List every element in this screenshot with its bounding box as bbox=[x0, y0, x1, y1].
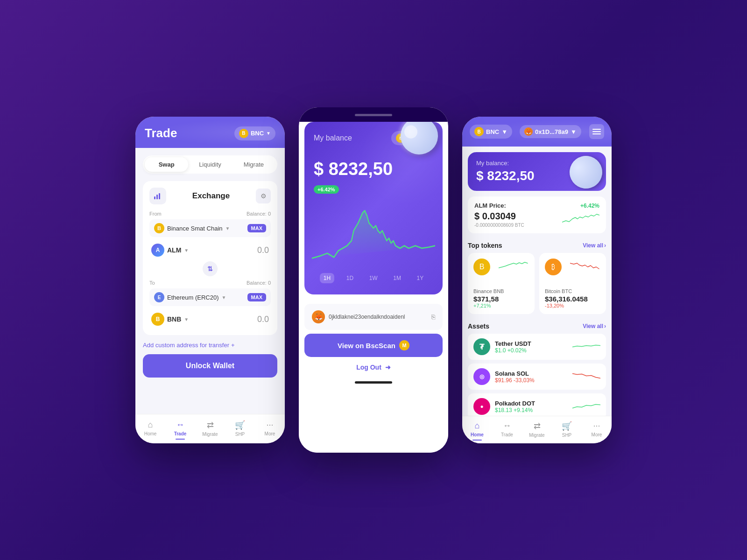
wallet-address-row: 🦊 0jkldlaknei23oendalkndoaidenl ⎘ bbox=[304, 304, 443, 330]
settings-icon[interactable]: ⚙ bbox=[256, 189, 271, 203]
logout-button[interactable]: Log Out ➜ bbox=[299, 357, 448, 378]
sol-chart bbox=[572, 370, 600, 384]
nav-active-indicator bbox=[176, 439, 185, 440]
more-icon: ··· bbox=[266, 420, 273, 430]
to-chain-row[interactable]: E Ethereum (ERC20) ▼ MAX bbox=[149, 288, 271, 306]
time-1w[interactable]: 1W bbox=[366, 273, 381, 283]
assets-view-all[interactable]: View all › bbox=[583, 323, 606, 329]
p3-more-icon: ··· bbox=[593, 421, 600, 431]
copy-icon[interactable]: ⎘ bbox=[431, 313, 435, 321]
phone-dashboard: B BNC ▼ 🦊 0x1D...78a9 ▼ bbox=[462, 117, 612, 443]
to-token-chevron: ▼ bbox=[184, 317, 189, 322]
alm-icon: A bbox=[151, 244, 164, 257]
alm-price-change: +6.42% bbox=[580, 203, 599, 209]
from-max-button[interactable]: MAX bbox=[247, 224, 266, 232]
chevron-right-icon: › bbox=[604, 242, 606, 249]
view-bscscan-button[interactable]: View on BscScan M bbox=[304, 334, 443, 357]
p3-address-chevron: ▼ bbox=[571, 128, 577, 135]
hamburger-menu-button[interactable] bbox=[589, 124, 604, 139]
to-max-button[interactable]: MAX bbox=[247, 293, 266, 301]
tokens-list: B Binance BNB $371,58 +7,21% ₿ bbox=[462, 253, 612, 319]
to-chain-name: Ethereum (ERC20) bbox=[167, 294, 219, 301]
bnb-card-change: +7,21% bbox=[473, 303, 529, 308]
bnc-icon: B bbox=[239, 129, 248, 138]
balance-change: +6.42% bbox=[314, 185, 339, 194]
from-chain-name: Binance Smat Chain bbox=[167, 225, 223, 232]
bnb-token-card[interactable]: B Binance BNB $371,58 +7,21% bbox=[468, 253, 535, 314]
add-custom-address[interactable]: Add custom address for transfer + bbox=[143, 342, 277, 349]
p3-balance-card: My balance: $ 8232,50 bbox=[468, 152, 606, 191]
exchange-title: Exchange bbox=[166, 191, 256, 201]
p3-coin-decoration bbox=[570, 156, 602, 189]
p3-nav-home[interactable]: ⌂ Home bbox=[462, 421, 492, 441]
alm-mini-chart bbox=[562, 210, 599, 229]
to-token-row: B BNB ▼ 0.0 bbox=[149, 310, 271, 329]
home-icon: ⌂ bbox=[148, 420, 153, 430]
nav-shp[interactable]: 🛒 SHP bbox=[225, 420, 255, 440]
p3-nav-shp[interactable]: 🛒 SHP bbox=[552, 421, 582, 441]
from-token-row: A ALM ▼ 0.0 bbox=[149, 241, 271, 259]
dot-asset-item[interactable]: ● Polkadot DOT $18.13 +9.14% bbox=[468, 393, 606, 416]
time-1y[interactable]: 1Y bbox=[413, 273, 427, 283]
time-1h[interactable]: 1H bbox=[320, 273, 334, 283]
bscscan-icon: M bbox=[399, 340, 409, 350]
sol-asset-item[interactable]: ◎ Solana SOL $91.96 -33,03% bbox=[468, 364, 606, 390]
to-chain-chevron: ▼ bbox=[222, 295, 226, 300]
usdt-chart bbox=[572, 340, 600, 354]
chart-icon bbox=[149, 188, 166, 204]
p3-nav-migrate[interactable]: ⇄ Migrate bbox=[522, 421, 552, 441]
wallet-address: 0jkldlaknei23oendalkndoaidenl bbox=[329, 314, 405, 320]
tab-migrate[interactable]: Migrate bbox=[232, 157, 275, 172]
sol-icon: ◎ bbox=[473, 368, 490, 385]
ethereum-icon: E bbox=[154, 292, 164, 302]
plus-icon: + bbox=[231, 342, 235, 349]
network-badge[interactable]: B BNC ▼ bbox=[234, 126, 275, 140]
dot-chart bbox=[572, 400, 600, 413]
time-1m[interactable]: 1M bbox=[389, 273, 405, 283]
time-1d[interactable]: 1D bbox=[343, 273, 357, 283]
btc-card-icon: ₿ bbox=[545, 259, 562, 275]
assets-title: Assets bbox=[468, 322, 489, 330]
home-indicator bbox=[355, 381, 392, 384]
shp-icon: 🛒 bbox=[235, 420, 245, 430]
usdt-asset-item[interactable]: ₮ Tether USDT $1.0 +0.02% bbox=[468, 334, 606, 360]
phone-notch bbox=[355, 114, 392, 116]
svg-rect-2 bbox=[159, 193, 160, 199]
swap-tabs: Swap Liquidity Migrate bbox=[143, 155, 277, 174]
p3-migrate-icon: ⇄ bbox=[534, 421, 541, 431]
p3-home-icon: ⌂ bbox=[475, 421, 480, 431]
bottom-navigation: ⌂ Home ↔ Trade ⇄ Migrate 🛒 SHP ··· bbox=[135, 414, 285, 443]
tab-swap[interactable]: Swap bbox=[145, 157, 188, 172]
nav-migrate[interactable]: ⇄ Migrate bbox=[195, 420, 225, 440]
swap-direction-button[interactable]: ⇅ bbox=[203, 261, 218, 276]
dot-icon: ● bbox=[473, 398, 490, 415]
btc-token-card[interactable]: ₿ Bitcoin BTC $36,316.0458 -13,20% bbox=[539, 253, 606, 314]
p3-nav-more[interactable]: ··· More bbox=[582, 421, 612, 441]
nav-more[interactable]: ··· More bbox=[255, 420, 285, 440]
btc-card-price: $36,316.0458 bbox=[545, 295, 600, 303]
from-token-chevron: ▼ bbox=[184, 248, 189, 253]
nav-home[interactable]: ⌂ Home bbox=[135, 420, 165, 440]
btc-mini-chart bbox=[570, 259, 600, 273]
to-token-name: BNB bbox=[167, 315, 181, 323]
p3-nav-trade[interactable]: ↔ Trade bbox=[492, 421, 522, 441]
p3-bnc-badge[interactable]: B BNC ▼ bbox=[470, 125, 512, 139]
binance-icon: B bbox=[154, 223, 164, 233]
nav-trade[interactable]: ↔ Trade bbox=[165, 420, 195, 440]
unlock-wallet-button[interactable]: Unlock Wallet bbox=[143, 354, 277, 378]
from-chain-chevron: ▼ bbox=[226, 226, 230, 231]
to-amount: 0.0 bbox=[257, 315, 269, 324]
top-tokens-title: Top tokens bbox=[468, 242, 502, 249]
from-label: From Balance: 0 bbox=[149, 211, 271, 217]
to-label: To Balance: 0 bbox=[149, 280, 271, 286]
p3-bnc-icon: B bbox=[474, 127, 484, 136]
exchange-card: Exchange ⚙ From Balance: 0 B Binance Sma… bbox=[143, 181, 277, 335]
from-token-name: ALM bbox=[167, 246, 181, 254]
p3-trade-icon: ↔ bbox=[503, 421, 511, 431]
p3-address-badge[interactable]: 🦊 0x1D...78a9 ▼ bbox=[520, 125, 581, 138]
tab-liquidity[interactable]: Liquidity bbox=[188, 157, 232, 172]
assets-chevron-right: › bbox=[604, 323, 606, 329]
phone-trade: Trade B BNC ▼ Swap Liquidity Migrate bbox=[135, 117, 285, 443]
top-tokens-view-all[interactable]: View all › bbox=[583, 242, 606, 249]
from-chain-row[interactable]: B Binance Smat Chain ▼ MAX bbox=[149, 219, 271, 237]
